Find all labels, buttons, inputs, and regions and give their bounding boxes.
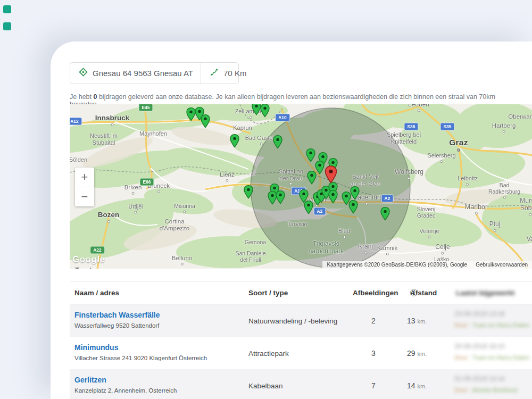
radius-value: 70 Km — [223, 69, 246, 78]
zoom-in-button[interactable]: + — [75, 168, 94, 187]
poi-marker-icon[interactable] — [380, 207, 390, 223]
poi-marker-icon[interactable] — [276, 190, 285, 206]
map[interactable]: Innsbruck Zell am See Kaprun Bad Gastein… — [70, 104, 532, 269]
poi-updated-date-blurred: 01-09-2019 13:14 — [454, 375, 505, 383]
poi-table: Naam / adres Soort / type Afbeeldingen A… — [70, 281, 532, 399]
zoom-out-button[interactable]: − — [75, 187, 94, 206]
info-icon[interactable]: i — [410, 289, 418, 296]
selected-location-marker-icon[interactable] — [325, 165, 338, 186]
map-attribution: Kaartgegevens ©2020 GeoBasis-DE/BKG (©20… — [322, 261, 532, 269]
page: { "decor": { "note": "two teal squares" … — [0, 0, 532, 399]
poi-distance: 29 km. — [407, 349, 427, 358]
poi-name-link[interactable]: Gerlitzen — [74, 376, 106, 384]
poi-name-link[interactable]: Minimundus — [74, 343, 118, 352]
location-filter-bar: Gnesau 64 9563 Gnesau AT 70 Km — [70, 62, 239, 84]
attribution-text: Kaartgegevens ©2020 GeoBasis-DE/BKG (©20… — [327, 262, 467, 268]
header-type: Soort / type — [248, 289, 288, 297]
address-value: Gnesau 64 9563 Gnesau AT — [93, 69, 193, 78]
poi-type: Attractiepark — [248, 349, 289, 357]
poi-address: Kanzelplatz 2, Annenheim, Österreich — [74, 387, 177, 394]
poi-marker-icon[interactable] — [201, 114, 210, 130]
header-name: Naam / adres — [74, 289, 119, 297]
decor-square-1 — [3, 5, 11, 13]
map-zoom-control: + − — [75, 168, 94, 206]
table-rows: Finsterbach Wasserfälle Wasserfallweg 95… — [70, 304, 532, 399]
poi-marker-icon[interactable] — [260, 104, 270, 120]
location-target-icon — [79, 68, 88, 79]
poi-updated-date-blurred: 20-08-2019 18:10 — [454, 343, 505, 350]
table-row[interactable]: Gerlitzen Kanzelplatz 2, Annenheim, Öste… — [70, 369, 532, 399]
content-card: Gnesau 64 9563 Gnesau AT 70 Km Je hebt 0… — [51, 41, 532, 399]
poi-marker-icon[interactable] — [273, 135, 282, 151]
poi-updated-by-blurred: Door : Tuan en Harry Daten — [454, 322, 529, 328]
poi-marker-icon[interactable] — [306, 148, 315, 164]
header-images: Afbeeldingen — [353, 289, 398, 297]
poi-image-count: 2 — [371, 317, 376, 325]
table-row[interactable]: Minimundus Villacher Strasse 241 9020 Kl… — [70, 337, 532, 369]
header-updated-blurred: Laatst bijgewerkt — [456, 289, 514, 297]
poi-marker-icon[interactable] — [328, 190, 338, 206]
poi-distance: 13 km. — [407, 317, 427, 325]
decor-square-2 — [3, 22, 11, 30]
poi-marker-icon[interactable] — [304, 201, 313, 217]
poi-marker-icon[interactable] — [348, 200, 358, 216]
terms-link[interactable]: Gebruiksvoorwaarden — [476, 262, 528, 268]
poi-updated-by-blurred: Door : Tuan en Harry Daten — [454, 354, 529, 361]
radius-field[interactable]: 70 Km — [201, 63, 255, 84]
poi-distance: 14 km. — [407, 381, 427, 390]
poi-image-count: 7 — [371, 381, 376, 390]
address-field[interactable]: Gnesau 64 9563 Gnesau AT — [70, 63, 201, 84]
poi-name-link[interactable]: Finsterbach Wasserfälle — [74, 311, 160, 319]
map-terrain — [70, 104, 532, 269]
poi-updated-date-blurred: 23-09-2019 13:16 — [454, 310, 505, 318]
poi-image-count: 3 — [371, 349, 376, 358]
poi-updated-by-blurred: Door : Amelia Berkhout — [454, 387, 517, 393]
table-header: Naam / adres Soort / type Afbeeldingen A… — [70, 281, 532, 304]
route-icon — [210, 68, 219, 79]
poi-type: Kabelbaan — [248, 381, 283, 389]
poi-marker-icon[interactable] — [244, 185, 253, 201]
poi-type: Natuurwandeling / -beleving — [248, 317, 337, 325]
poi-address: Wasserfallweg 9520 Sattendorf — [74, 322, 159, 329]
google-logo[interactable]: Google — [72, 254, 105, 265]
poi-marker-icon[interactable] — [230, 134, 239, 150]
poi-marker-icon[interactable] — [307, 171, 317, 187]
table-row[interactable]: Finsterbach Wasserfälle Wasserfallweg 95… — [70, 304, 532, 337]
poi-address: Villacher Strasse 241 9020 Klagenfurt Ös… — [74, 355, 207, 361]
